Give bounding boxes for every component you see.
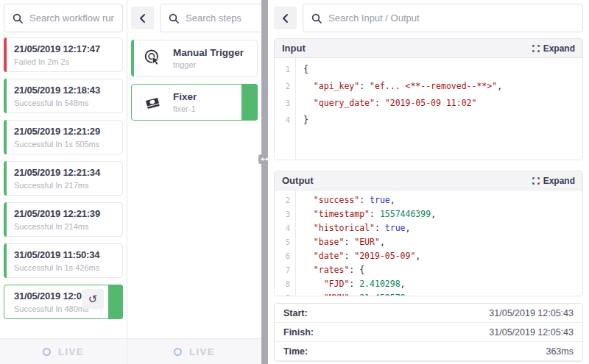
summary-row: Start: 31/05/2019 12:05:43: [275, 304, 582, 323]
code-text: "FJD": 2.410298,: [295, 277, 406, 291]
summary-row: Time: 363ms: [275, 342, 582, 361]
run-timestamp: 31/05/2019 11:50:34: [14, 249, 116, 260]
code-line: 2 "api_key": "ef... <**--removed--**>",: [275, 78, 582, 95]
live-toggle-runs[interactable]: LIVE: [0, 338, 127, 364]
code-text: "api_key": "ef... <**--removed--**>",: [295, 78, 502, 95]
output-code-editor[interactable]: 1 { 2 "success": true, 3 "timestamp": 15…: [275, 190, 582, 296]
line-number: 7: [275, 263, 295, 277]
run-status-text: Successful In 217ms: [14, 181, 116, 190]
step-subtitle: trigger: [173, 60, 244, 69]
step-item[interactable]: Fixer fixer-1: [131, 84, 258, 121]
back-button[interactable]: [131, 7, 154, 29]
run-timestamp: 21/05/2019 12:21:34: [14, 167, 116, 178]
run-item[interactable]: 31/05/2019 11:50:34 Successful In 1s 426…: [4, 243, 123, 278]
code-line: 2 "success": true,: [275, 193, 582, 207]
output-panel: Output Expand 1 { 2 "suc: [274, 171, 583, 296]
search-icon: [311, 13, 322, 24]
code-text: "success": true,: [295, 193, 395, 207]
expand-input-button[interactable]: Expand: [532, 43, 575, 54]
input-code-editor[interactable]: 1 { 2 "api_key": "ef... <**--removed--**…: [275, 58, 582, 160]
live-toggle-steps[interactable]: LIVE: [127, 338, 261, 364]
output-panel-header: Output Expand: [275, 171, 582, 190]
run-status-text: Successful In 1s 426ms: [14, 263, 116, 272]
code-line: 8 "FJD": 2.410298,: [275, 277, 582, 291]
line-number: 4: [275, 221, 295, 235]
summary-label: Finish:: [283, 327, 314, 338]
run-item[interactable]: 31/05/2019 12:05:42 Successful In 480ms …: [4, 285, 123, 319]
workflow-runs-panel: 21/05/2019 12:17:47 Failed In 2m 2s 21/0…: [0, 0, 127, 364]
io-search[interactable]: [303, 4, 583, 32]
input-panel-header: Input Expand: [275, 39, 582, 58]
panel-resizer[interactable]: [261, 0, 268, 364]
run-status-text: Successful In 548ms: [14, 99, 116, 107]
summary-value: 31/05/2019 12:05:43: [489, 308, 574, 318]
step-title: Manual Trigger: [173, 47, 244, 58]
run-item[interactable]: 21/05/2019 12:17:47 Failed In 2m 2s: [4, 38, 123, 72]
run-item[interactable]: 21/05/2019 12:21:39 Successful In 214ms: [4, 202, 123, 237]
chevron-left-icon: [139, 14, 146, 23]
line-number: 3: [275, 95, 295, 112]
io-panel: Input Expand 1 { 2 "api_: [268, 0, 589, 364]
expand-icon: [532, 45, 540, 52]
live-status-icon: [174, 348, 182, 356]
input-panel: Input Expand 1 { 2 "api_: [274, 38, 583, 160]
step-title: Fixer: [173, 91, 197, 102]
line-number: 2: [275, 193, 295, 207]
line-number: 8: [275, 277, 295, 291]
retry-button[interactable]: ↺: [82, 289, 104, 309]
code-line: 4 }: [275, 112, 582, 129]
run-timestamp: 21/05/2019 12:21:39: [14, 208, 116, 219]
code-text: "timestamp": 1557446399,: [295, 207, 436, 221]
line-number: 5: [275, 235, 295, 249]
expand-icon: [532, 177, 540, 185]
code-text: "rates": {: [295, 263, 364, 277]
run-item[interactable]: 21/05/2019 12:18:43 Successful In 548ms: [4, 79, 123, 113]
manual-trigger-icon: [141, 47, 163, 69]
line-number: 3: [275, 207, 295, 221]
money-icon: [141, 91, 163, 113]
code-text: "date": "2019-05-09",: [295, 249, 420, 263]
run-item[interactable]: 21/05/2019 12:21:29 Successful In 1s 505…: [4, 120, 123, 154]
back-button[interactable]: [274, 7, 297, 29]
io-search-input[interactable]: [328, 13, 574, 24]
panel-title: Output: [282, 175, 314, 186]
code-text: "base": "EUR",: [295, 235, 385, 249]
code-text: {: [295, 61, 308, 78]
retry-icon: ↺: [88, 293, 98, 305]
line-number: 6: [275, 249, 295, 263]
line-number: 9: [275, 291, 295, 296]
step-item[interactable]: Manual Trigger trigger: [131, 40, 258, 76]
run-status-text: Successful In 214ms: [14, 222, 116, 231]
run-timestamp: 21/05/2019 12:21:29: [14, 126, 116, 137]
expand-label: Expand: [543, 43, 575, 54]
code-line: 9 "MXN": 21.459578,: [275, 291, 582, 296]
run-status-text: Successful In 1s 505ms: [14, 140, 116, 149]
run-timestamp: 21/05/2019 12:18:43: [14, 85, 116, 96]
line-number: 2: [275, 78, 295, 95]
run-status-text: Failed In 2m 2s: [14, 57, 116, 66]
gutter-divider: [295, 190, 296, 296]
code-text: }: [295, 112, 308, 129]
summary-label: Start:: [283, 308, 308, 318]
expand-output-button[interactable]: Expand: [532, 176, 575, 186]
code-line: 3 "timestamp": 1557446399,: [275, 207, 582, 221]
live-label: LIVE: [189, 346, 215, 357]
summary-value: 31/05/2019 12:05:43: [489, 327, 574, 338]
runs-search[interactable]: [4, 4, 123, 32]
run-summary: Start: 31/05/2019 12:05:43 Finish: 31/05…: [274, 303, 583, 362]
live-status-icon: [43, 348, 51, 356]
run-item[interactable]: 21/05/2019 12:21:34 Successful In 217ms: [4, 161, 123, 196]
code-text: "historical": true,: [295, 221, 410, 235]
summary-value: 363ms: [546, 346, 574, 357]
panel-title: Input: [282, 43, 306, 54]
step-subtitle: fixer-1: [173, 104, 197, 113]
code-line: 7 "rates": {: [275, 263, 582, 277]
code-line: 5 "base": "EUR",: [275, 235, 582, 249]
steps-panel: Manual Trigger trigger: [127, 0, 261, 364]
code-line: 1 {: [275, 61, 582, 78]
summary-row: Finish: 31/05/2019 12:05:43: [275, 323, 582, 342]
step-list: Manual Trigger trigger: [131, 40, 258, 121]
code-line: 4 "historical": true,: [275, 221, 582, 235]
runs-search-input[interactable]: [29, 13, 114, 24]
line-number: 1: [275, 61, 295, 78]
